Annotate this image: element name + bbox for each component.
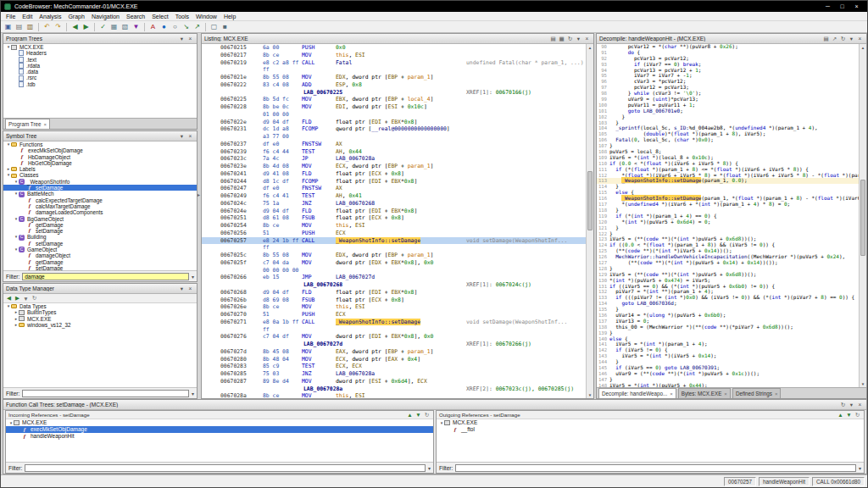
listing-row[interactable]: ff bbox=[202, 244, 586, 252]
listing-row[interactable]: 0067025651PUSHECX bbox=[202, 230, 586, 237]
panel-close-icon[interactable]: × bbox=[856, 35, 864, 42]
listing-row[interactable]: ff bbox=[202, 326, 586, 334]
collapse-all-icon[interactable]: ▲ bbox=[837, 411, 844, 419]
redo-icon[interactable]: ↷ bbox=[53, 22, 63, 31]
tree-item-tdb[interactable]: .tdb bbox=[3, 81, 197, 87]
menu-navigation[interactable]: Navigation bbox=[88, 12, 123, 21]
decompile-line[interactable]: 101 goto LAB_006701e0; bbox=[597, 108, 859, 114]
menu-help[interactable]: Help bbox=[220, 12, 239, 21]
listing-row[interactable]: 0067023e8b 4d 08MOVECX, dword ptr [EBP +… bbox=[202, 163, 586, 170]
collapse-all-icon[interactable]: ▲ bbox=[406, 411, 414, 419]
tree-item-mcx-exe[interactable]: ▾MCX.EXE bbox=[6, 419, 433, 426]
decompile-line[interactable]: 102 } bbox=[597, 114, 859, 120]
filter-options-icon[interactable]: ▾ bbox=[192, 274, 194, 280]
menu-tools[interactable]: Tools bbox=[172, 12, 192, 21]
listing-row[interactable]: 01 00 00 bbox=[202, 111, 586, 119]
listing-row[interactable]: 0067027051PUSHECX bbox=[202, 311, 586, 319]
tree-item-mcx-exe[interactable]: ▾MCX.EXE bbox=[3, 44, 197, 50]
decompile-line[interactable]: 106 Fatal(0, local_5c, (char *)0x0); bbox=[597, 137, 859, 143]
menu-file[interactable]: File bbox=[3, 12, 19, 21]
tree-item-mcx-exe[interactable]: ▾MCX.EXE bbox=[437, 419, 864, 426]
listing-row[interactable]: 00670268d9 04 dfFLDfloat ptr [EDI + EBX*… bbox=[202, 289, 586, 297]
listing-row[interactable]: 006702258b 5d fcMOVEBX, dword ptr [EBP +… bbox=[202, 96, 586, 103]
listing-row[interactable]: 0067022283 c4 08ADDESP, 0x8 bbox=[202, 81, 586, 89]
scroll-down-icon[interactable]: ▼ bbox=[587, 391, 593, 398]
tree-item-setdamage[interactable]: fsetDamage bbox=[3, 241, 197, 247]
tree-item-classes[interactable]: ▾Classes bbox=[3, 172, 197, 178]
menu-search[interactable]: Search bbox=[123, 12, 148, 21]
dtm-refresh-icon[interactable]: ↻ bbox=[31, 295, 38, 302]
tree-item-getdamage[interactable]: fgetDamage bbox=[3, 259, 197, 265]
listing-row[interactable]: 0067026e8b ceMOVthis, ESI bbox=[202, 303, 586, 311]
listing-row[interactable]: 0067025c8b 55 08MOVEDX, dword ptr [EBP +… bbox=[202, 252, 586, 259]
tree-item-data-types[interactable]: ▾Data Types bbox=[3, 303, 197, 309]
console-icon[interactable]: ■ bbox=[220, 22, 230, 31]
tree-item-bggameobject[interactable]: ▾CBgGameObject bbox=[3, 216, 197, 222]
data-type-manager-header[interactable]: Data Type Manager ▾× bbox=[3, 284, 197, 294]
tree-item-builtintypes[interactable]: ▸BuiltInTypes bbox=[3, 309, 197, 315]
tab-bytes-mcx-exe[interactable]: Bytes: MCX.EXE× bbox=[678, 388, 731, 398]
tree-item-weaponshotinfo[interactable]: ▾C_WeaponShotInfo bbox=[3, 179, 197, 185]
bookmark-icon[interactable]: ▼ bbox=[131, 22, 141, 31]
listing-row[interactable]: 00670249f6 c4 41TESTAH, 0x41 bbox=[202, 192, 586, 200]
tab-close-icon[interactable]: × bbox=[44, 122, 47, 127]
dtm-back-icon[interactable]: ◀ bbox=[5, 295, 13, 302]
listing-row[interactable]: 0067028575 03JNZLAB_0067028a bbox=[202, 370, 586, 378]
scroll-up-icon[interactable]: ▲ bbox=[587, 44, 593, 51]
refresh-icon[interactable]: ↻ bbox=[839, 401, 847, 408]
paste-icon[interactable]: ▥ bbox=[25, 22, 35, 31]
panel-menu-icon[interactable]: ▾ bbox=[178, 35, 186, 42]
tree-item-calcmaxtargetdamage[interactable]: fcalcMaxTargetDamage bbox=[3, 203, 197, 209]
toggle-fields-icon[interactable]: ▦ bbox=[558, 35, 565, 42]
symbol-tree-filter-input[interactable] bbox=[22, 273, 189, 280]
listing-row[interactable]: 0067023c7a 4cJPLAB_0067028a bbox=[202, 155, 586, 163]
data-type-filter-input[interactable] bbox=[22, 390, 189, 397]
scroll-up-icon[interactable]: ▲ bbox=[860, 44, 866, 51]
minimize-button[interactable]: ─ bbox=[821, 1, 835, 12]
tree-item-rsrc[interactable]: .rsrc bbox=[3, 75, 197, 80]
tree-item-execmksetobjdamage[interactable]: fexecMkSetObjDamage bbox=[6, 426, 433, 433]
listing-row[interactable]: 00670271e8 0a 1b ffCALL_WeaponShotInfo::… bbox=[202, 319, 586, 326]
listing-row[interactable]: 0067022ed9 04 dfFLDfloat ptr [EDI + EBX*… bbox=[202, 119, 586, 126]
navigate-next-icon[interactable]: ↘ bbox=[181, 22, 191, 31]
listing-row[interactable]: a3 77 00 bbox=[202, 133, 586, 141]
close-button[interactable]: × bbox=[849, 1, 864, 12]
listing-label-row[interactable]: LAB_0067028aXREF[2]: 0067023c(j), 006702… bbox=[202, 385, 586, 393]
scroll-down-icon[interactable]: ▼ bbox=[860, 380, 866, 387]
listing-row[interactable]: 0067021e8b 55 08MOVEDX, dword ptr [EBP +… bbox=[202, 74, 586, 81]
undo-icon[interactable]: ↶ bbox=[42, 22, 52, 31]
tree-item-calcexpectedtargetdamage[interactable]: fcalcExpectedTargetDamage bbox=[3, 197, 197, 203]
tab-defined-strings[interactable]: Defined Strings× bbox=[732, 388, 782, 398]
tree-item-execmksetobjdamage[interactable]: fexecMkSetObjDamage bbox=[3, 147, 197, 153]
listing-row[interactable]: 00670237df e0FNSTSWAX bbox=[202, 141, 586, 148]
panel-close-icon[interactable]: × bbox=[186, 132, 194, 140]
tree-item-functions[interactable]: ▾Functions bbox=[3, 141, 197, 147]
diff-view-icon[interactable]: ▤ bbox=[549, 35, 557, 42]
refresh-icon[interactable]: ↻ bbox=[839, 35, 847, 42]
tree-item-windows-vs12-32[interactable]: ▸windows_vs12_32 bbox=[3, 322, 197, 328]
listing-row[interactable]: 0067025fc7 04 daMOVdword ptr [EDX + EBX*… bbox=[202, 259, 586, 267]
graph-icon[interactable]: ● bbox=[159, 22, 169, 31]
tab-close-icon[interactable]: × bbox=[670, 391, 673, 396]
dtm-filter-icon[interactable]: ▼ bbox=[22, 295, 30, 302]
listing-row[interactable]: 00670244d8 1c dfFCOMPfloat ptr [EDI + EB… bbox=[202, 178, 586, 186]
save-icon[interactable]: ▣ bbox=[3, 22, 13, 31]
tree-item-rdata[interactable]: .rdata bbox=[3, 63, 197, 69]
listing-row[interactable]: 0067024ed9 04 dfFLDfloat ptr [EDI + EBX*… bbox=[202, 208, 586, 215]
listing-row[interactable]: 0067026bd8 69 08FSUBfloat ptr [ECX + 0x8… bbox=[202, 297, 586, 304]
panel-menu-icon[interactable]: ▾ bbox=[575, 35, 582, 42]
tree-item-getdamage[interactable]: fgetDamage bbox=[3, 222, 197, 228]
filter-options-icon[interactable]: ▾ bbox=[428, 465, 431, 471]
register-view-icon[interactable]: ▧ bbox=[120, 22, 130, 31]
function-call-trees-header[interactable]: Function Call Trees: setDamage - (MCX.EX… bbox=[3, 400, 866, 410]
decompile-header[interactable]: Decompile: handleWeaponHit - (MCX.EXE) ▤… bbox=[597, 34, 866, 44]
expand-all-icon[interactable]: ▼ bbox=[845, 411, 853, 419]
filter-options-icon[interactable]: ▾ bbox=[192, 391, 194, 396]
listing-row[interactable]: 00670239f6 c4 44TESTAH, 0x44 bbox=[202, 148, 586, 156]
back-icon[interactable]: ◀ bbox=[70, 22, 80, 31]
refresh-icon[interactable]: ↻ bbox=[566, 35, 574, 42]
menu-graph[interactable]: Graph bbox=[64, 12, 87, 21]
tab-decompile-handleweapo[interactable]: Decompile: handleWeapo...× bbox=[598, 388, 676, 398]
listing-label-row[interactable]: LAB_00670268XREF[1]: 0067024c(j) bbox=[202, 281, 586, 289]
scroll-thumb[interactable] bbox=[587, 171, 593, 230]
